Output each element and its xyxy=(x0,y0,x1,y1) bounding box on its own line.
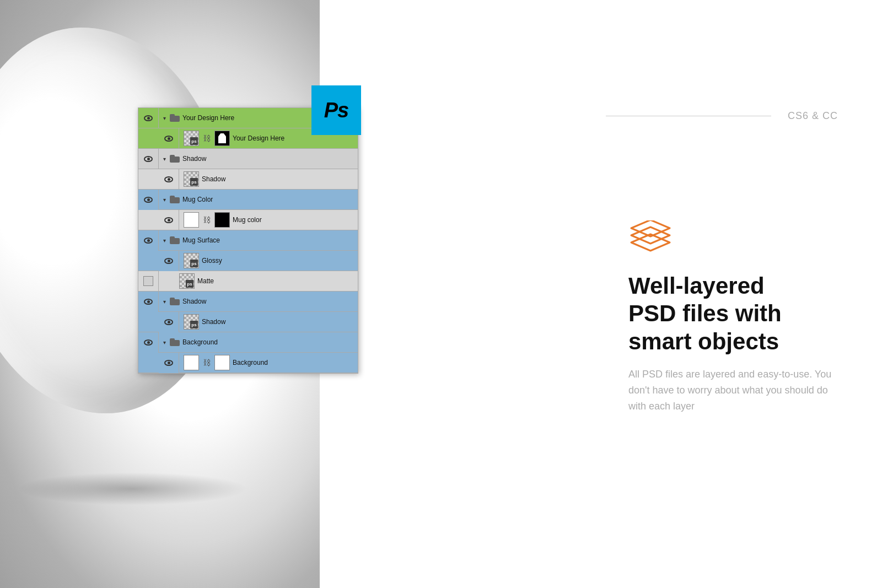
layer-name-shadow: Shadow xyxy=(202,175,225,183)
eye-visibility-shadow2[interactable] xyxy=(159,312,179,332)
chevron-icon: ▾ xyxy=(163,156,166,162)
eye-icon xyxy=(144,115,153,121)
chevron-icon: ▾ xyxy=(163,115,166,121)
layer-name-shadow2-group: Shadow xyxy=(182,298,206,305)
smart-badge: ps xyxy=(190,321,198,328)
version-area: CS6 & CC xyxy=(606,110,838,122)
eye-visibility-mug-surface-group[interactable] xyxy=(138,230,159,251)
layer-row-background-layer[interactable]: ⛓ Background xyxy=(138,353,358,373)
bg-thumb-white xyxy=(184,355,199,370)
eye-icon xyxy=(164,360,173,366)
eye-visibility-your-design-layer[interactable] xyxy=(159,128,179,149)
layer-name-your-design-group: Your Design Here xyxy=(182,114,234,122)
version-line xyxy=(606,116,771,116)
right-content-panel: Well-layered PSD files with smart object… xyxy=(628,220,838,414)
eye-icon xyxy=(144,299,153,305)
layer-name-glossy: Glossy xyxy=(202,257,222,265)
chain-icon: ⛓ xyxy=(203,134,211,143)
layer-content-matte: ps Matte xyxy=(159,273,358,289)
color-thumb-white xyxy=(184,212,199,228)
chevron-icon: ▾ xyxy=(163,238,166,244)
layer-row-glossy[interactable]: ps Glossy xyxy=(138,251,358,271)
eye-icon xyxy=(144,197,153,203)
smart-badge: ps xyxy=(190,178,198,186)
eye-icon xyxy=(164,176,173,182)
layer-content-mug-color-group: ▾ Mug Color xyxy=(159,196,358,203)
layer-name-background-group: Background xyxy=(182,338,218,346)
eye-icon xyxy=(144,339,153,346)
folder-icon xyxy=(170,236,180,244)
ps-logo: Ps xyxy=(311,85,361,135)
eye-visibility-mug-color-group[interactable] xyxy=(138,190,159,210)
smart-object-thumbnail: ps xyxy=(184,171,199,187)
layer-name-your-design: Your Design Here xyxy=(233,134,284,142)
folder-icon xyxy=(170,298,180,305)
right-heading: Well-layered PSD files with smart object… xyxy=(628,272,838,355)
eye-icon xyxy=(144,238,153,244)
layers-panel: ▾ Your Design Here ps ⛓ Your Design Here… xyxy=(138,107,358,374)
layer-row-background-group[interactable]: ▾ Background xyxy=(138,332,358,353)
folder-icon xyxy=(170,338,180,346)
layer-name-mug-surface-group: Mug Surface xyxy=(182,236,220,244)
smart-object-thumbnail-matte: ps xyxy=(179,273,195,289)
layer-row-shadow-group[interactable]: ▾ Shadow xyxy=(138,149,358,169)
chain-icon: ⛓ xyxy=(203,215,211,224)
layer-content-glossy: ps Glossy xyxy=(179,253,358,268)
layer-row-shadow-layer[interactable]: ps Shadow xyxy=(138,169,358,190)
layers-svg-icon xyxy=(628,220,673,256)
eye-visibility-shadow-group[interactable] xyxy=(138,149,159,169)
eye-icon xyxy=(164,136,173,142)
folder-icon xyxy=(170,155,180,163)
color-thumb-black xyxy=(214,212,230,228)
eye-icon xyxy=(144,156,153,162)
layer-row-mug-surface-group[interactable]: ▾ Mug Surface xyxy=(138,230,358,251)
eye-visibility-background-group[interactable] xyxy=(138,332,159,353)
chevron-icon: ▾ xyxy=(163,197,166,203)
svg-marker-1 xyxy=(631,227,670,244)
bg-thumb-white2 xyxy=(214,355,230,370)
heading-line1: Well-layered xyxy=(628,273,765,299)
layer-row-shadow2-layer[interactable]: ps Shadow xyxy=(138,312,358,332)
eye-visibility-mug-color[interactable] xyxy=(159,210,179,230)
layers-icon-container xyxy=(628,220,838,258)
eye-visibility-your-design-group[interactable] xyxy=(138,108,159,128)
chevron-icon: ▾ xyxy=(163,339,166,346)
version-label: CS6 & CC xyxy=(788,110,838,122)
eye-icon xyxy=(164,319,173,325)
layer-name-background: Background xyxy=(233,359,268,366)
layer-name-mug-color: Mug color xyxy=(233,216,262,224)
eye-icon xyxy=(164,258,173,264)
smart-object-thumbnail-shadow2: ps xyxy=(184,314,199,330)
heading-line3: smart objects xyxy=(628,328,779,354)
layer-name-shadow2: Shadow xyxy=(202,318,225,326)
layer-row-shadow2-group[interactable]: ▾ Shadow xyxy=(138,292,358,312)
layer-content-shadow2-group: ▾ Shadow xyxy=(159,298,358,305)
layer-content-mug-surface-group: ▾ Mug Surface xyxy=(159,236,358,244)
eye-visibility-shadow[interactable] xyxy=(159,169,179,190)
smart-object-thumbnail: ps xyxy=(184,131,199,146)
mug-shadow xyxy=(17,472,248,505)
layer-row-mug-color-layer[interactable]: ⛓ Mug color xyxy=(138,210,358,230)
heading-line2: PSD files with xyxy=(628,300,782,326)
smart-badge: ps xyxy=(190,260,198,267)
layer-content-background: ⛓ Background xyxy=(179,355,358,370)
layer-content-background-group: ▾ Background xyxy=(159,338,358,346)
design-shape xyxy=(218,133,226,143)
folder-icon xyxy=(170,114,180,122)
smart-badge: ps xyxy=(186,280,193,288)
eye-visibility-glossy[interactable] xyxy=(159,251,179,271)
layer-name-mug-color-group: Mug Color xyxy=(182,196,213,203)
layer-content-shadow-group: ▾ Shadow xyxy=(159,155,358,163)
eye-visibility-background[interactable] xyxy=(159,353,179,373)
layer-row-mug-color-group[interactable]: ▾ Mug Color xyxy=(138,190,358,210)
chevron-icon: ▾ xyxy=(163,299,166,305)
layer-row-matte[interactable]: ps Matte xyxy=(138,271,358,292)
layer-name-matte: Matte xyxy=(197,277,214,285)
folder-icon xyxy=(170,196,180,203)
chain-icon: ⛓ xyxy=(203,358,211,367)
ps-logo-text: Ps xyxy=(324,99,348,122)
right-description: All PSD files are layered and easy-to-us… xyxy=(628,366,838,414)
eye-icon xyxy=(164,217,173,223)
eye-visibility-shadow2-group[interactable] xyxy=(138,292,159,312)
eye-checkbox-matte[interactable] xyxy=(143,276,153,286)
